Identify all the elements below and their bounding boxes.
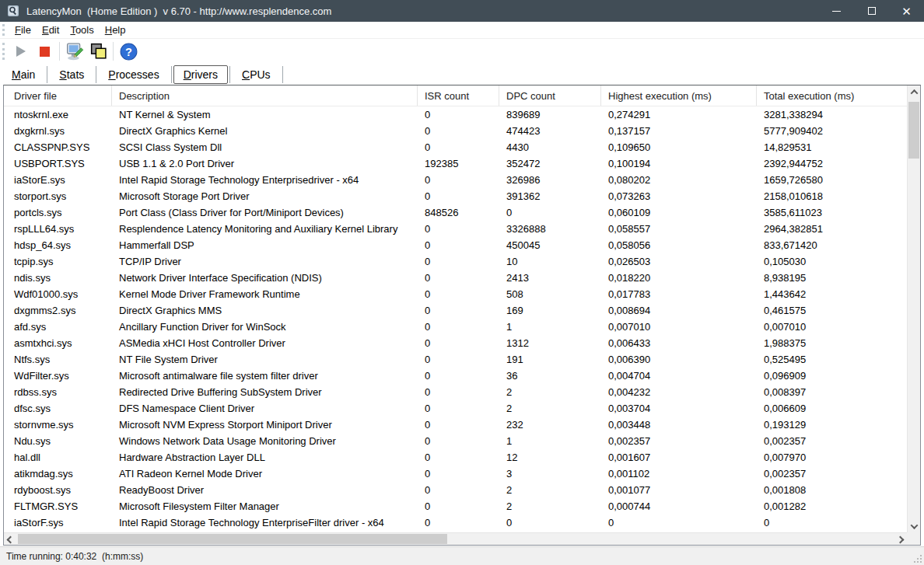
table-cell: Wdf01000.sys (4, 288, 112, 300)
horizontal-scrollbar[interactable] (4, 532, 907, 545)
table-cell: Hammerfall DSP (112, 239, 418, 251)
table-cell: 3281,338294 (757, 109, 907, 120)
table-row[interactable]: rspLLL64.sysResplendence Latency Monitor… (4, 221, 907, 237)
table-row[interactable]: iaStorF.sysIntel Rapid Storage Technolog… (4, 514, 907, 531)
table-row[interactable]: ndis.sysNetwork Driver Interface Specifi… (4, 270, 907, 286)
table-row[interactable]: stornvme.sysMicrosoft NVM Express Storpo… (4, 417, 907, 433)
table-cell: 833,671420 (757, 239, 907, 251)
table-cell: 0,105030 (757, 256, 907, 267)
scroll-left-button[interactable] (4, 533, 17, 546)
menu-tools[interactable]: Tools (65, 23, 99, 37)
horizontal-scroll-thumb[interactable] (18, 534, 447, 544)
stop-monitor-button[interactable] (33, 40, 56, 62)
tab-processes[interactable]: Processes (98, 65, 169, 84)
table-cell: 0,073263 (601, 190, 757, 202)
menu-file[interactable]: File (9, 23, 37, 37)
table-cell: 2158,010618 (757, 190, 907, 202)
table-body: ntoskrnl.exeNT Kernel & System08396890,2… (4, 106, 907, 532)
table-row[interactable]: rdyboost.sysReadyBoost Driver020,0010770… (4, 482, 907, 498)
table-cell: hal.dll (4, 452, 112, 463)
table-row[interactable]: storport.sysMicrosoft Storage Port Drive… (4, 188, 907, 204)
table-cell: TCP/IP Driver (112, 256, 418, 267)
vertical-scroll-thumb[interactable] (908, 102, 919, 159)
vertical-scrollbar[interactable] (907, 85, 920, 532)
table-row[interactable]: ntoskrnl.exeNT Kernel & System08396890,2… (4, 106, 907, 123)
table-cell: USB 1.1 & 2.0 Port Driver (112, 158, 418, 169)
table-row[interactable]: USBPORT.SYSUSB 1.1 & 2.0 Port Driver1923… (4, 155, 907, 172)
menu-help[interactable]: Help (100, 23, 131, 37)
table-cell: 2 (499, 403, 601, 414)
table-cell: 0 (499, 207, 601, 218)
column-header-dpc-count[interactable]: DPC count (499, 85, 601, 106)
table-cell: 0 (418, 403, 499, 414)
table-cell: 0 (418, 125, 499, 137)
options-button[interactable] (63, 40, 86, 62)
table-cell: ReadyBoost Driver (112, 484, 418, 496)
table-row[interactable]: hal.dllHardware Abstraction Layer DLL012… (4, 449, 907, 466)
table-row[interactable]: Ntfs.sysNT File System Driver01910,00639… (4, 351, 907, 368)
table-cell: 0,001808 (757, 484, 907, 496)
latencymon-window: LatencyMon (Home Edition ) v 6.70 - http… (0, 0, 924, 565)
table-row[interactable]: dxgmms2.sysDirectX Graphics MMS01690,008… (4, 302, 907, 319)
toolbar-gripper[interactable] (2, 43, 5, 60)
table-cell: 10 (499, 256, 601, 267)
tab-main[interactable]: Main (2, 65, 45, 84)
column-header-total-execution[interactable]: Total execution (ms) (757, 85, 907, 106)
table-row[interactable]: Ndu.sysWindows Network Data Usage Monito… (4, 433, 907, 449)
table-row[interactable]: Wdf01000.sysKernel Mode Driver Framework… (4, 286, 907, 302)
tab-stats[interactable]: Stats (49, 65, 94, 84)
table-cell: 14,829531 (757, 141, 907, 153)
table-cell: Ntfs.sys (4, 354, 112, 365)
table-row[interactable]: atikmdag.sysATI Radeon Kernel Mode Drive… (4, 466, 907, 482)
table-cell: 0,137157 (601, 125, 757, 137)
table-row[interactable]: tcpip.sysTCP/IP Driver0100,0265030,10503… (4, 253, 907, 270)
copy-report-button[interactable] (86, 40, 110, 62)
table-row[interactable]: portcls.sysPort Class (Class Driver for … (4, 204, 907, 221)
table-cell: 0,003448 (601, 419, 757, 431)
table-row[interactable]: dxgkrnl.sysDirectX Graphics Kernel047442… (4, 123, 907, 139)
column-header-description[interactable]: Description (112, 85, 418, 106)
table-row[interactable]: hdsp_64.sysHammerfall DSP04500450,058056… (4, 237, 907, 253)
scroll-right-button[interactable] (894, 533, 907, 546)
table-cell: 848526 (418, 207, 499, 218)
menu-edit[interactable]: Edit (37, 23, 65, 37)
table-cell: 0 (418, 337, 499, 349)
table-cell: 0,100194 (601, 158, 757, 169)
maximize-button[interactable] (854, 0, 889, 22)
start-monitor-button[interactable] (9, 40, 33, 62)
table-row[interactable]: WdFilter.sysMicrosoft antimalware file s… (4, 368, 907, 384)
tab-cpus[interactable]: CPUs (232, 65, 281, 84)
table-cell: 2 (499, 500, 601, 512)
table-cell: 0 (418, 190, 499, 202)
table-cell: Microsoft antimalware file system filter… (112, 370, 418, 382)
table-cell: 0 (418, 386, 499, 398)
close-button[interactable]: ✕ (889, 0, 924, 22)
table-row[interactable]: dfsc.sysDFS Namespace Client Driver020,0… (4, 400, 907, 417)
table-row[interactable]: iaStorE.sysIntel Rapid Storage Technolog… (4, 172, 907, 188)
table-row[interactable]: CLASSPNP.SYSSCSI Class System Dll044300,… (4, 139, 907, 155)
table-row[interactable]: FLTMGR.SYSMicrosoft Filesystem Filter Ma… (4, 498, 907, 514)
column-header-isr-count[interactable]: ISR count (418, 85, 499, 106)
table-cell: 1659,726580 (757, 174, 907, 186)
help-button[interactable]: ? (117, 40, 140, 62)
table-cell: 8,938195 (757, 272, 907, 284)
table-row[interactable]: asmtxhci.sysASMedia xHCI Host Controller… (4, 335, 907, 351)
table-cell: 0,006609 (757, 403, 907, 414)
table-row[interactable]: afd.sysAncillary Function Driver for Win… (4, 319, 907, 335)
table-cell: 0 (418, 239, 499, 251)
table-cell: 0,007010 (601, 321, 757, 333)
scroll-down-button[interactable] (908, 520, 921, 532)
table-cell: Windows Network Data Usage Monitoring Dr… (112, 435, 418, 447)
scroll-up-button[interactable] (908, 85, 921, 98)
resize-grip-icon[interactable] (912, 553, 922, 563)
menubar-gripper[interactable] (2, 24, 5, 36)
tab-drivers[interactable]: Drivers (173, 65, 228, 84)
table-row[interactable]: rdbss.sysRedirected Drive Buffering SubS… (4, 384, 907, 400)
table-cell: DirectX Graphics Kernel (112, 125, 418, 137)
column-header-highest-execution[interactable]: Highest execution (ms) (601, 85, 757, 106)
table-cell: tcpip.sys (4, 256, 112, 267)
column-header-driver-file[interactable]: Driver file (4, 85, 112, 106)
table-cell: 0 (418, 288, 499, 300)
table-cell: 0 (499, 517, 601, 528)
minimize-button[interactable] (819, 0, 854, 22)
